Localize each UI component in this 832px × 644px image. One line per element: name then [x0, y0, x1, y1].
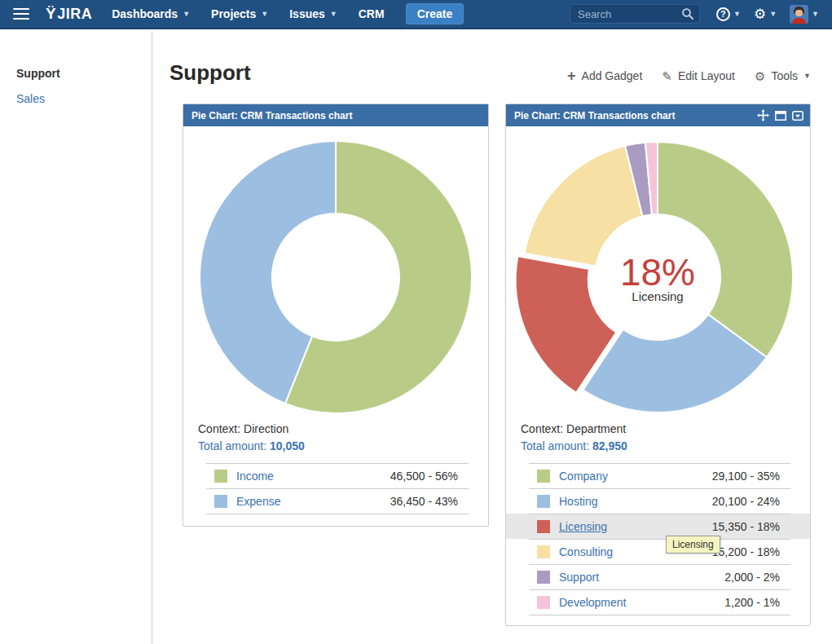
legend-row-expense: Expense36,450 - 43%	[183, 488, 488, 514]
legend-label-link[interactable]: Licensing	[559, 520, 607, 533]
search-container	[570, 4, 700, 24]
gadget-pie-chart-department: Pie Chart: CRM Transactions chart	[505, 104, 811, 626]
pie-segment-consulting[interactable]	[525, 146, 643, 267]
legend-swatch	[214, 495, 227, 508]
legend-swatch	[537, 571, 550, 584]
legend-label-link[interactable]: Development	[559, 596, 627, 609]
legend-value: 46,500 - 56%	[390, 470, 458, 483]
total-amount-value: 82,950	[592, 439, 627, 452]
gadget-header[interactable]: Pie Chart: CRM Transactions chart	[506, 104, 810, 126]
jira-logo[interactable]: Ÿ JIRA	[46, 5, 92, 23]
nav-item-projects[interactable]: Projects▼	[211, 7, 268, 20]
move-icon[interactable]	[757, 109, 769, 121]
legend-value: 15,200 - 18%	[712, 545, 780, 558]
legend-row-consulting: Consulting15,200 - 18%	[506, 539, 810, 564]
legend-row-income: Income46,500 - 56%	[183, 463, 488, 488]
dashboard-actions: + Add Gadget ✎ Edit Layout ⚙ Tools ▼	[567, 68, 811, 83]
gear-icon: ⚙	[754, 7, 766, 21]
user-menu[interactable]: ▼	[790, 5, 819, 24]
search-icon[interactable]	[681, 7, 694, 20]
legend-swatch	[537, 470, 550, 483]
legend-swatch	[214, 470, 227, 483]
legend-value: 2,000 - 2%	[724, 571, 780, 584]
legend-row-hosting: Hosting20,100 - 24%	[506, 488, 810, 514]
legend-row-development: Development1,200 - 1%	[506, 589, 810, 615]
gear-icon: ⚙	[755, 70, 765, 82]
top-navbar: Ÿ JIRA Dashboards▼ Projects▼ Issues▼ CRM…	[0, 0, 832, 29]
avatar	[790, 5, 808, 24]
legend-value: 36,450 - 43%	[390, 495, 458, 508]
nav-item-dashboards[interactable]: Dashboards▼	[112, 7, 190, 20]
legend-row-support: Support2,000 - 2%	[506, 564, 810, 589]
pie-segment-company[interactable]	[658, 142, 793, 357]
legend-value: 20,100 - 24%	[712, 495, 780, 508]
gadget-menu-icon[interactable]	[792, 111, 803, 121]
total-amount: Total amount: 82,950	[521, 438, 810, 455]
donut-center-sublabel: Licensing	[632, 289, 683, 303]
legend-label-link[interactable]: Company	[559, 470, 608, 483]
pencil-icon: ✎	[662, 70, 672, 82]
chevron-down-icon: ▼	[330, 11, 337, 18]
legend-value: 29,100 - 35%	[712, 470, 780, 483]
gadget-pie-chart-direction: Pie Chart: CRM Transactions chart Contex…	[183, 104, 489, 527]
legend-swatch	[537, 495, 550, 508]
jira-logo-text: JIRA	[57, 6, 92, 23]
total-amount-value: 10,050	[270, 439, 305, 452]
menu-icon[interactable]	[13, 8, 29, 20]
chart-summary: Context: Direction Total amount: 10,050	[183, 417, 488, 455]
legend-row-licensing: Licensing15,350 - 18%	[506, 514, 810, 539]
jira-charlie-icon: Ÿ	[46, 5, 56, 23]
context-label: Context: Department	[521, 421, 810, 438]
tooltip: Licensing	[666, 536, 720, 554]
search-input[interactable]	[570, 4, 700, 24]
legend-value: 1,200 - 1%	[724, 596, 780, 609]
legend-swatch	[537, 520, 550, 533]
gadget-header-icons	[757, 109, 803, 121]
legend-label-link[interactable]: Income	[236, 470, 274, 483]
context-label: Context: Direction	[198, 421, 488, 438]
chart-summary: Context: Department Total amount: 82,950	[506, 417, 810, 455]
edit-layout-button[interactable]: ✎ Edit Layout	[662, 69, 735, 82]
chevron-down-icon: ▼	[803, 72, 811, 80]
donut-center-percent: 18%	[620, 251, 695, 293]
page-title: Support	[169, 60, 251, 86]
help-icon: ?	[716, 7, 730, 21]
gadget-header[interactable]: Pie Chart: CRM Transactions chart	[183, 104, 488, 126]
legend-label-link[interactable]: Hosting	[559, 495, 597, 508]
jira-dashboard-page: { "navbar": { "logo_charlie": "Ÿ", "logo…	[0, 0, 832, 644]
tools-menu-button[interactable]: ⚙ Tools ▼	[755, 69, 811, 82]
plus-icon: +	[567, 68, 576, 83]
nav-item-crm[interactable]: CRM	[359, 7, 385, 20]
chevron-down-icon: ▼	[261, 11, 268, 18]
gadget-title: Pie Chart: CRM Transactions chart	[191, 110, 352, 121]
help-menu[interactable]: ? ▼	[716, 7, 741, 21]
total-amount: Total amount: 10,050	[198, 438, 488, 455]
admin-menu[interactable]: ⚙ ▼	[754, 7, 777, 21]
navbar-right: ? ▼ ⚙ ▼ ▼	[570, 4, 819, 24]
legend-swatch	[537, 596, 550, 609]
nav-item-issues[interactable]: Issues▼	[289, 7, 337, 20]
chevron-down-icon: ▼	[769, 11, 777, 18]
add-gadget-button[interactable]: + Add Gadget	[567, 68, 642, 83]
legend-value: 15,350 - 18%	[712, 520, 780, 533]
legend-label-link[interactable]: Consulting	[559, 545, 613, 558]
legend-row-company: Company29,100 - 35%	[506, 463, 810, 488]
legend-label-link[interactable]: Support	[559, 571, 599, 584]
chart-legend: Company29,100 - 35%Hosting20,100 - 24%Li…	[506, 463, 810, 615]
sidebar: Support Sales	[0, 31, 152, 644]
gadget-title: Pie Chart: CRM Transactions chart	[514, 110, 675, 121]
sidebar-item-sales[interactable]: Sales	[16, 92, 152, 105]
sidebar-item-support[interactable]: Support	[16, 67, 152, 80]
donut-chart-department: 18%Licensing	[506, 126, 810, 417]
chevron-down-icon: ▼	[183, 11, 190, 18]
maximize-icon[interactable]	[775, 111, 786, 121]
create-button[interactable]: Create	[406, 3, 464, 24]
donut-chart-direction	[183, 126, 488, 417]
legend-label-link[interactable]: Expense	[236, 495, 280, 508]
chevron-down-icon: ▼	[733, 11, 741, 18]
legend-swatch	[537, 545, 550, 558]
chart-legend: Income46,500 - 56%Expense36,450 - 43%	[183, 463, 488, 514]
chevron-down-icon: ▼	[812, 11, 819, 18]
